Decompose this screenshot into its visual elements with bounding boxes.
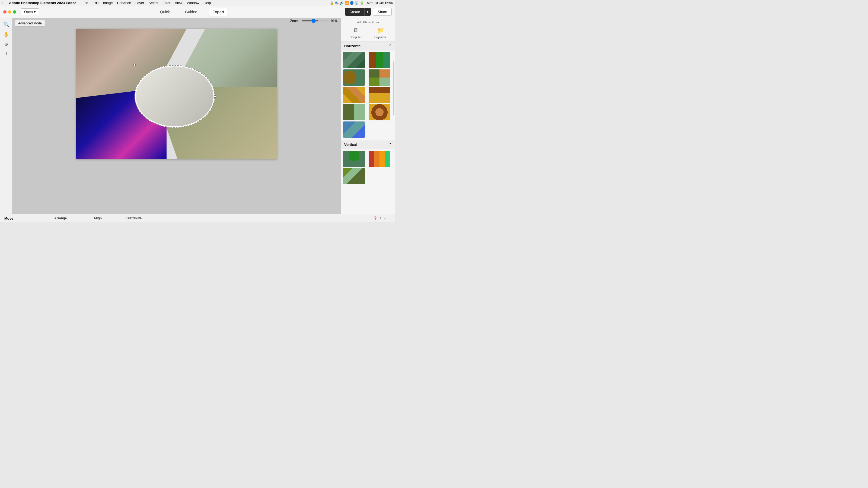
layout-thumb-9[interactable] <box>343 122 365 138</box>
menu-view[interactable]: View <box>175 1 183 5</box>
arrange-label: Arrange <box>54 216 67 220</box>
bottom-options-bar: Move Auto Select Layer Show Bounding Box… <box>0 214 395 222</box>
divider-2 <box>89 216 89 222</box>
list-icon[interactable]: ≡ <box>379 216 381 220</box>
layout-thumb-11[interactable] <box>369 151 390 167</box>
close-window-button[interactable] <box>3 10 6 13</box>
collapse-vertical-icon: ⌃ <box>389 142 392 147</box>
layout-thumb-12[interactable] <box>343 168 365 184</box>
menu-help[interactable]: Help <box>204 1 211 5</box>
menu-enhance[interactable]: Enhance <box>117 1 131 5</box>
canvas-collage <box>76 29 277 159</box>
minimize-window-button[interactable] <box>8 10 11 13</box>
maximize-window-button[interactable] <box>13 10 16 13</box>
vertical-layouts-grid <box>341 149 395 186</box>
layout-thumb-2[interactable] <box>369 52 390 68</box>
add-photo-icons: 🖥 Computer 📁 Organizer <box>343 26 393 39</box>
collapse-icon: ⌃ <box>389 44 392 48</box>
help-icon[interactable]: ❓ <box>373 216 377 220</box>
move-section: Move Auto Select Layer Show Bounding Box… <box>4 216 45 222</box>
photo-slot-center[interactable] <box>134 65 215 127</box>
main-layout: 🔍 ✋ ⊕ T Advanced Mode Zoom: 91% <box>0 18 395 214</box>
advanced-mode-button[interactable]: Advanced Mode <box>14 20 45 27</box>
zoom-slider[interactable] <box>302 20 329 22</box>
menu-icons: 🔒 🎭 🔊 📶 🔵 📡 🔋 <box>330 1 364 5</box>
left-toolbar: 🔍 ✋ ⊕ T <box>0 18 12 214</box>
canvas-container[interactable] <box>76 29 277 159</box>
vertical-section-header[interactable]: Vertical ⌃ <box>341 140 395 149</box>
search-tool[interactable]: 🔍 <box>2 20 10 29</box>
add-photo-section: Add Photo From 🖥 Computer 📁 Organizer <box>341 18 395 42</box>
divider-1 <box>50 216 50 222</box>
open-button[interactable]: Open ▾ <box>21 8 39 15</box>
title-bar: Open ▾ Quick Guided Expert Create ▾ Shar… <box>0 6 395 18</box>
mode-selector: Quick Guided Expert <box>39 8 345 16</box>
help-row: ❓ ≡ ⌄ <box>373 216 391 220</box>
horizontal-layouts-grid <box>341 51 395 139</box>
hand-tool[interactable]: ✋ <box>2 30 10 38</box>
menu-layer[interactable]: Layer <box>135 1 144 5</box>
mode-guided[interactable]: Guided <box>182 8 200 16</box>
layout-thumb-1[interactable] <box>343 52 365 68</box>
apple-logo[interactable]:  <box>2 1 3 5</box>
arrange-section: Arrange <box>54 216 85 222</box>
transform-handle-right[interactable] <box>214 95 216 98</box>
transform-handle[interactable] <box>133 64 135 66</box>
mode-quick[interactable]: Quick <box>157 8 173 16</box>
zoom-label: Zoom: <box>290 19 300 23</box>
organizer-icon: 📁 <box>375 26 385 35</box>
canvas-area: Advanced Mode Zoom: 91% <box>12 18 341 214</box>
menu-date: Mon 10 Oct 15:54 <box>367 1 393 5</box>
layout-thumb-8[interactable] <box>369 104 390 120</box>
layout-thumb-6[interactable] <box>369 87 390 103</box>
scroll-indicator[interactable] <box>393 61 394 116</box>
move-label: Move <box>4 216 45 220</box>
create-dropdown-button[interactable]: ▾ <box>364 8 371 16</box>
move-tool[interactable]: ⊕ <box>2 40 10 48</box>
computer-icon: 🖥 <box>351 26 361 35</box>
text-tool[interactable]: T <box>2 50 10 58</box>
divider-3 <box>122 216 122 222</box>
dropdown-arrow-icon: ▾ <box>34 10 36 14</box>
layout-thumb-3[interactable] <box>343 69 365 86</box>
menu-file[interactable]: File <box>83 1 88 5</box>
menu-right: 🔒 🎭 🔊 📶 🔵 📡 🔋 Mon 10 Oct 15:54 <box>330 1 393 5</box>
menu-window[interactable]: Window <box>187 1 199 5</box>
distribute-section: Distribute ⬆ Top ⬅ Left ↔ Center ↕ Middl… <box>126 216 150 222</box>
menu-filter[interactable]: Filter <box>163 1 170 5</box>
add-photo-label: Add Photo From <box>343 21 393 24</box>
add-from-computer[interactable]: 🖥 Computer <box>350 26 362 39</box>
share-button[interactable]: Share <box>373 8 392 16</box>
layout-thumb-10[interactable] <box>343 151 365 167</box>
title-right-buttons: Create ▾ Share <box>345 8 392 16</box>
menu-edit[interactable]: Edit <box>93 1 98 5</box>
layout-thumb-4[interactable] <box>369 69 390 86</box>
menu-select[interactable]: Select <box>149 1 158 5</box>
menu-image[interactable]: Image <box>103 1 113 5</box>
mode-expert[interactable]: Expert <box>209 8 227 16</box>
right-panel: Add Photo From 🖥 Computer 📁 Organizer Ho… <box>341 18 395 214</box>
app-name: Adobe Photoshop Elements 2023 Editor <box>9 1 76 5</box>
traffic-lights <box>3 10 16 13</box>
add-from-organizer[interactable]: 📁 Organizer <box>374 26 386 39</box>
expand-icon[interactable]: ⌄ <box>383 216 386 220</box>
zoom-value: 91% <box>331 19 337 23</box>
layout-thumb-7[interactable] <box>343 104 365 120</box>
distribute-label: Distribute <box>126 216 142 220</box>
horizontal-section-header[interactable]: Horizontal ⌃ <box>341 42 395 51</box>
layout-thumb-5[interactable] <box>343 87 365 103</box>
align-section: Align ⬆ Top ⬅ Left ↔ Center ↕ Middle ⬇ B… <box>94 216 118 222</box>
align-label: Align <box>94 216 102 220</box>
menu-bar:  Adobe Photoshop Elements 2023 Editor F… <box>0 0 395 6</box>
create-button[interactable]: Create <box>345 8 364 16</box>
zoom-bar: Zoom: 91% <box>290 19 337 23</box>
